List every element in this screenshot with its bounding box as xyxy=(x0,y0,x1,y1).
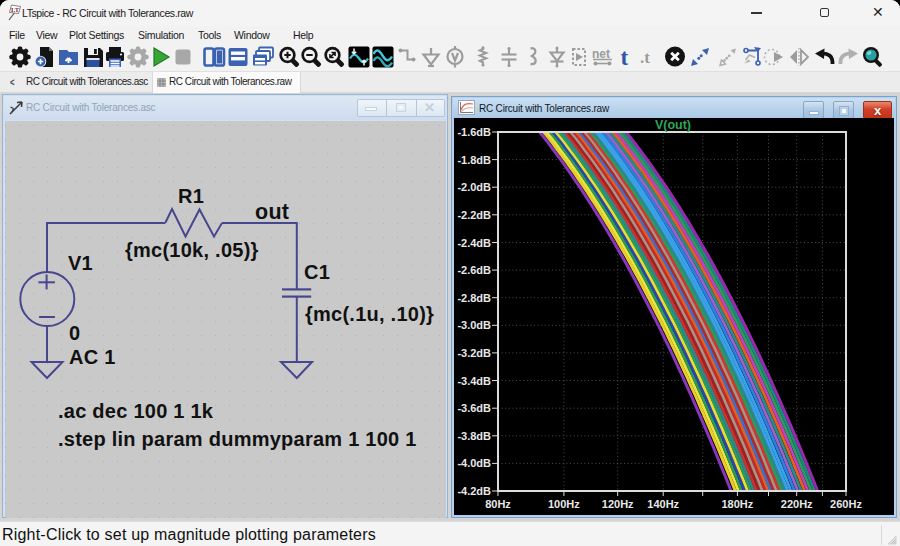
svg-text:-2.6dB: -2.6dB xyxy=(457,264,491,276)
svg-text:260Hz: 260Hz xyxy=(830,498,862,510)
svg-text:-4.2dB: -4.2dB xyxy=(457,485,491,497)
svg-text:-4.0dB: -4.0dB xyxy=(457,457,491,469)
svg-text:-1.8dB: -1.8dB xyxy=(457,154,491,166)
svg-text:V(out): V(out) xyxy=(655,118,691,132)
svg-text:-3.0dB: -3.0dB xyxy=(457,319,491,331)
svg-text:-3.2dB: -3.2dB xyxy=(457,347,491,359)
svg-text:.t: .t xyxy=(640,48,650,67)
svg-text:AC 1: AC 1 xyxy=(69,346,116,368)
svg-text:R1: R1 xyxy=(178,185,204,207)
svg-text:-2.0dB: -2.0dB xyxy=(457,181,491,193)
svg-text:120Hz: 120Hz xyxy=(602,498,634,510)
svg-text:{mc(.1u, .10)}: {mc(.1u, .10)} xyxy=(305,303,434,325)
svg-text:-3.4dB: -3.4dB xyxy=(457,375,491,387)
svg-text:-2.2dB: -2.2dB xyxy=(457,209,491,221)
svg-text:V1: V1 xyxy=(68,252,93,274)
svg-text:-3.6dB: -3.6dB xyxy=(457,402,491,414)
svg-text:0: 0 xyxy=(69,322,80,344)
svg-text:220Hz: 220Hz xyxy=(781,498,813,510)
svg-text:-1.6dB: -1.6dB xyxy=(457,126,491,138)
svg-text:LT: LT xyxy=(11,6,20,13)
svg-text:80Hz: 80Hz xyxy=(485,498,511,510)
svg-text:.ac dec 100 1 1k: .ac dec 100 1 1k xyxy=(58,400,214,422)
svg-text:{mc(10k, .05)}: {mc(10k, .05)} xyxy=(125,239,259,261)
svg-text:.step lin param dummyparam 1 1: .step lin param dummyparam 1 100 1 xyxy=(58,428,417,450)
svg-text:C1: C1 xyxy=(304,261,330,283)
svg-text:t: t xyxy=(621,45,629,69)
svg-text:-2.8dB: -2.8dB xyxy=(457,292,491,304)
svg-text:out: out xyxy=(255,200,289,224)
svg-text:100Hz: 100Hz xyxy=(548,498,580,510)
svg-text:180Hz: 180Hz xyxy=(722,498,754,510)
svg-text:-2.4dB: -2.4dB xyxy=(457,237,491,249)
svg-text:140Hz: 140Hz xyxy=(647,498,679,510)
svg-text:-3.8dB: -3.8dB xyxy=(457,430,491,442)
